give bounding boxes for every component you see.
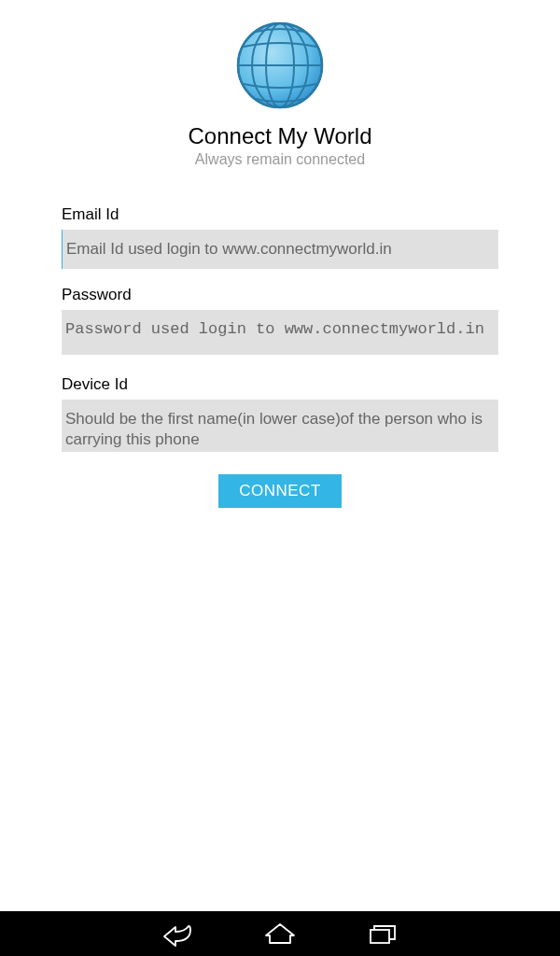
device-input[interactable]	[62, 400, 498, 452]
device-group: Device Id	[62, 375, 498, 456]
app-header: Connect My World Always remain connected	[0, 0, 560, 177]
back-icon[interactable]	[159, 915, 196, 952]
email-label: Email Id	[62, 205, 498, 224]
password-label: Password	[62, 286, 498, 304]
device-label: Device Id	[62, 375, 498, 394]
svg-rect-5	[371, 930, 389, 943]
login-form: Email Id Password Device Id CONNECT	[0, 177, 560, 508]
app-subtitle: Always remain connected	[0, 151, 560, 168]
app-title: Connect My World	[0, 123, 560, 149]
password-input[interactable]	[62, 310, 498, 355]
email-group: Email Id	[62, 205, 498, 269]
recent-apps-icon[interactable]	[364, 915, 401, 952]
password-group: Password	[62, 286, 498, 358]
globe-icon	[233, 19, 327, 116]
home-icon[interactable]	[261, 915, 299, 952]
connect-button[interactable]: CONNECT	[218, 474, 342, 508]
email-input[interactable]	[62, 230, 498, 269]
android-nav-bar	[0, 911, 560, 956]
